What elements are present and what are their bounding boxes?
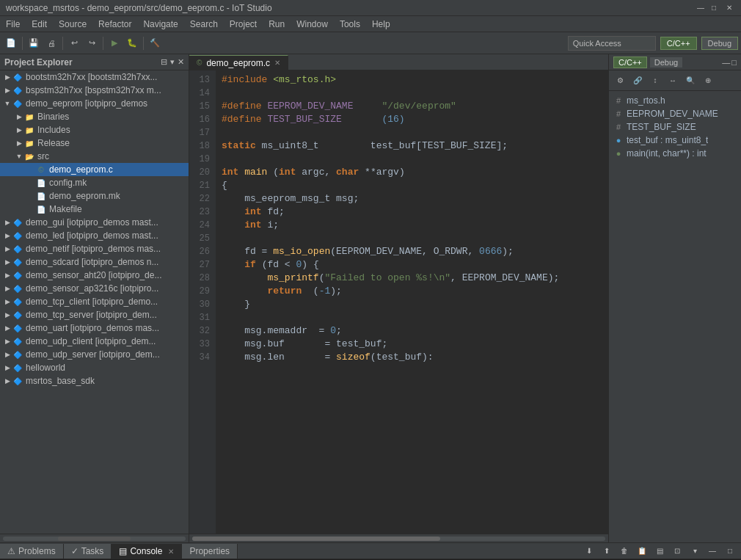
outline-item-test-buf-size[interactable]: # TEST_BUF_SIZE xyxy=(612,120,738,134)
tree-item-includes[interactable]: ▶ 📁 Includes xyxy=(0,123,189,137)
minimize-button[interactable]: — xyxy=(697,4,706,12)
bp-action-btn-2[interactable]: ⬆ xyxy=(599,542,615,559)
code-text[interactable]: #include <ms_rtos.h> #define EEPROM_DEV_… xyxy=(216,70,608,534)
pe-menu-icon[interactable]: ▾ xyxy=(170,57,175,67)
menu-source[interactable]: Source xyxy=(53,16,92,32)
tb-undo-button[interactable]: ↩ xyxy=(66,35,82,51)
rp-tb-btn-6[interactable]: ⊕ xyxy=(700,73,716,89)
tree-item-release[interactable]: ▶ 📁 Release xyxy=(0,137,189,150)
outline-item-main[interactable]: ● main(int, char**) : int xyxy=(612,147,738,160)
rp-tb-btn-3[interactable]: ↕ xyxy=(647,73,663,89)
tb-build-button[interactable]: 🔨 xyxy=(147,35,163,51)
menu-navigate[interactable]: Navigate xyxy=(137,16,183,32)
rp-tb-btn-5[interactable]: 🔍 xyxy=(682,73,698,89)
tree-item-demo-sdcard[interactable]: ▶ 🔷 demo_sdcard [iotpipro_demos n... xyxy=(0,255,189,269)
tree-item-demo-sensor-ap3216c[interactable]: ▶ 🔷 demo_sensor_ap3216c [iotpipro... xyxy=(0,282,189,295)
bp-action-btn-7[interactable]: ▾ xyxy=(687,542,703,559)
tree-item-demo-eeprom-c[interactable]: © demo_eeprom.c xyxy=(0,163,189,176)
rp-tb-btn-4[interactable]: ↔ xyxy=(665,73,681,89)
pe-scroll-thumb[interactable] xyxy=(58,537,131,541)
maximize-button[interactable]: □ xyxy=(712,4,720,12)
bp-action-btn-5[interactable]: ▤ xyxy=(651,542,668,559)
tree-item-helloworld[interactable]: ▶ 🔷 helloworld xyxy=(0,361,189,374)
tb-print-button[interactable]: 🖨 xyxy=(43,35,59,51)
bp-action-btn-1[interactable]: ⬇ xyxy=(581,542,597,559)
menu-project[interactable]: Project xyxy=(224,16,263,32)
tb-redo-button[interactable]: ↪ xyxy=(84,35,100,51)
tree-arrow: ▶ xyxy=(15,113,23,120)
hscroll-thumb[interactable] xyxy=(192,537,440,541)
menu-help[interactable]: Help xyxy=(366,16,396,32)
tab-properties[interactable]: Properties xyxy=(182,544,238,559)
pe-collapse-icon[interactable]: ⊟ xyxy=(161,57,167,67)
menu-window[interactable]: Window xyxy=(291,16,334,32)
tree-item-makefile[interactable]: 📄 Makefile xyxy=(0,203,189,216)
rp-tb-btn-2[interactable]: 🔗 xyxy=(629,73,646,89)
tree-item-demo-netif[interactable]: ▶ 🔷 demo_netif [iotpipro_demos mas... xyxy=(0,242,189,255)
tab-tasks[interactable]: ✓ Tasks xyxy=(64,544,112,559)
rp-minimize-icon[interactable]: — xyxy=(722,58,730,67)
menu-refactor[interactable]: Refactor xyxy=(92,16,137,32)
bp-minimize-icon[interactable]: — xyxy=(704,542,720,559)
tb-debug-button[interactable]: 🐛 xyxy=(124,35,140,51)
bp-action-btn-4[interactable]: 📋 xyxy=(634,542,650,559)
tree-item-bspstm32h7xx[interactable]: ▶ 🔷 bspstm32h7xx [bspstm32h7xx m... xyxy=(0,84,189,97)
menu-tools[interactable]: Tools xyxy=(334,16,366,32)
tree-item-binaries[interactable]: ▶ 📁 Binaries xyxy=(0,110,189,123)
quick-access-input[interactable]: Quick Access xyxy=(568,36,656,51)
bp-action-btn-3[interactable]: 🗑 xyxy=(616,542,632,559)
menu-edit[interactable]: Edit xyxy=(26,16,53,32)
code-editor[interactable]: 1314151617 1819202122 2324252627 2829303… xyxy=(189,70,608,534)
project-icon: 🔷 xyxy=(12,84,23,96)
project-icon: 🔷 xyxy=(12,217,23,228)
outline-header: C/C++ Debug — □ xyxy=(609,54,741,70)
menu-run[interactable]: Run xyxy=(263,16,291,32)
bp-maximize-icon[interactable]: □ xyxy=(722,542,738,559)
menu-search[interactable]: Search xyxy=(184,16,224,32)
outline-item-eeprom-dev-name[interactable]: # EEPROM_DEV_NAME xyxy=(612,107,738,120)
window-controls[interactable]: — □ ✕ xyxy=(697,4,735,12)
tree-item-demo-uart[interactable]: ▶ 🔷 demo_uart [iotpipro_demos mas... xyxy=(0,321,189,335)
tab-close-icon[interactable]: ✕ xyxy=(274,59,280,67)
tree-arrow: ▶ xyxy=(3,258,12,266)
file-icon: 📄 xyxy=(35,177,47,189)
bp-action-btn-6[interactable]: ⊡ xyxy=(669,542,685,559)
tab-icon: © xyxy=(197,59,202,67)
tree-item-demo-udp-client[interactable]: ▶ 🔷 demo_udp_client [iotpipro_dem... xyxy=(0,335,189,348)
pe-close-icon[interactable]: ✕ xyxy=(178,57,184,67)
tree-item-demo-gui[interactable]: ▶ 🔷 demo_gui [iotpipro_demos mast... xyxy=(0,216,189,229)
rp-perspective-cpp[interactable]: C/C++ xyxy=(613,57,647,68)
tb-new-button[interactable]: 📄 xyxy=(3,35,19,51)
tab-problems[interactable]: ⚠ Problems xyxy=(0,544,64,559)
rp-perspective-debug[interactable]: Debug xyxy=(650,57,682,68)
editor-tab-demo-eeprom-c[interactable]: © demo_eeprom.c ✕ xyxy=(189,55,288,70)
tree-item-demo-led[interactable]: ▶ 🔷 demo_led [iotpipro_demos mast... xyxy=(0,229,189,242)
outline-item-test-buf[interactable]: ● test_buf : ms_uint8_t xyxy=(612,134,738,147)
tree-arrow: ▶ xyxy=(3,338,12,345)
project-icon: 🔷 xyxy=(12,362,23,374)
tree-item-demo-eeprom-mk[interactable]: 📄 demo_eeprom.mk xyxy=(0,189,189,203)
rp-maximize-icon[interactable]: □ xyxy=(731,58,737,67)
menu-file[interactable]: File xyxy=(0,16,26,32)
editor-horizontal-scrollbar[interactable] xyxy=(189,534,608,542)
perspective-debug-button[interactable]: Debug xyxy=(701,37,738,50)
tree-item-demo-sensor-aht20[interactable]: ▶ 🔷 demo_sensor_aht20 [iotpipro_de... xyxy=(0,269,189,282)
close-button[interactable]: ✕ xyxy=(726,4,735,12)
tree-item-demo-udp-server[interactable]: ▶ 🔷 demo_udp_server [iotpipro_dem... xyxy=(0,348,189,361)
tree-label: demo_udp_client [iotpipro_dem... xyxy=(26,336,156,346)
tree-item-msrtos-base-sdk[interactable]: ▶ 🔷 msrtos_base_sdk xyxy=(0,374,189,388)
tab-console-close[interactable]: ✕ xyxy=(168,548,174,556)
tb-save-button[interactable]: 💾 xyxy=(26,35,42,51)
rp-tb-btn-1[interactable]: ⚙ xyxy=(612,73,628,89)
pe-horizontal-scrollbar[interactable] xyxy=(0,534,189,542)
tb-run-button[interactable]: ▶ xyxy=(106,35,123,51)
tree-item-bootstm32h7xx[interactable]: ▶ 🔷 bootstm32h7xx [bootstm32h7xx... xyxy=(0,70,189,84)
tree-item-demo-eeprom[interactable]: ▼ 🔷 demo_eeprom [iotpipro_demos xyxy=(0,97,189,110)
tree-item-src[interactable]: ▼ 📂 src xyxy=(0,150,189,163)
perspective-cpp-button[interactable]: C/C++ xyxy=(660,37,697,50)
tree-item-demo-tcp-server[interactable]: ▶ 🔷 demo_tcp_server [iotpipro_dem... xyxy=(0,308,189,321)
outline-item-ms-rtos-h[interactable]: # ms_rtos.h xyxy=(612,94,738,107)
tree-item-demo-tcp-client[interactable]: ▶ 🔷 demo_tcp_client [iotpipro_demo... xyxy=(0,295,189,308)
tab-console[interactable]: ▤ Console ✕ xyxy=(112,544,182,559)
tree-item-config-mk[interactable]: 📄 config.mk xyxy=(0,176,189,189)
